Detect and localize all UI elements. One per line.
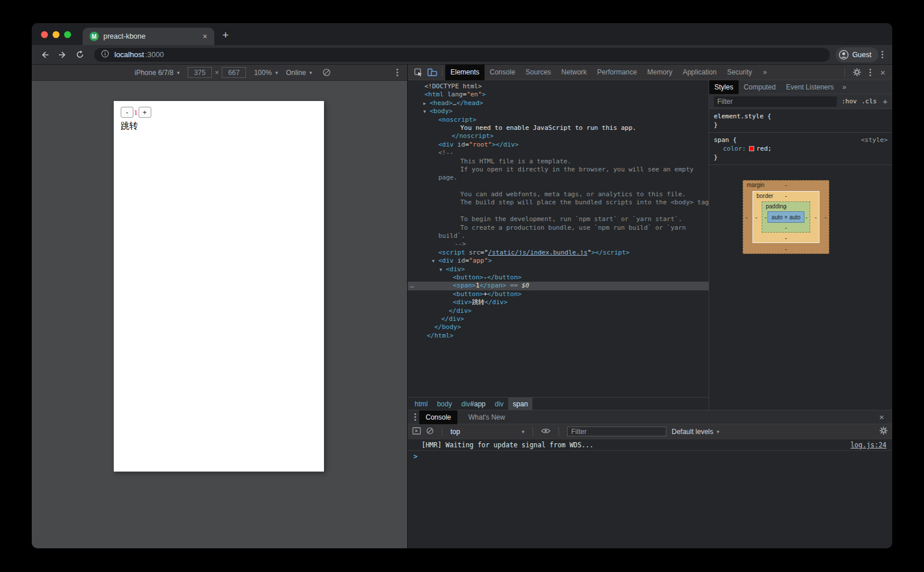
box-border[interactable]: border - - - - padding - - -: [752, 191, 819, 243]
zoom-select[interactable]: 100%▾: [254, 69, 278, 77]
clear-console-icon[interactable]: [426, 427, 434, 436]
close-window-button[interactable]: [41, 31, 48, 38]
console-source-link[interactable]: log.js:24: [851, 439, 886, 450]
tree-line[interactable]: [408, 182, 709, 190]
tree-line[interactable]: To begin the development, run `npm start…: [408, 215, 709, 223]
tree-line[interactable]: ▾<body>: [408, 107, 709, 115]
breadcrumb-item-div#app[interactable]: div#app: [457, 398, 490, 410]
element-style-rule[interactable]: element.style { }: [709, 109, 892, 133]
inspect-element-icon[interactable]: [411, 65, 425, 80]
drawer-close-icon[interactable]: ×: [874, 412, 889, 422]
tree-line[interactable]: </div>: [408, 307, 709, 315]
css-property-name[interactable]: color:: [723, 145, 746, 152]
rotate-icon[interactable]: [322, 68, 331, 77]
jump-link[interactable]: 跳转: [114, 118, 324, 132]
devtools-tab-application[interactable]: Application: [677, 65, 722, 80]
address-bar[interactable]: localhost :3000: [94, 48, 830, 62]
minus-button[interactable]: -: [121, 107, 133, 118]
tree-line[interactable]: </body>: [408, 323, 709, 331]
console-settings-gear-icon[interactable]: [880, 427, 888, 436]
styles-tab-styles[interactable]: Styles: [709, 80, 739, 94]
breadcrumb-item-html[interactable]: html: [410, 398, 433, 410]
tree-line[interactable]: [408, 207, 709, 215]
tree-line[interactable]: <script src="/static/js/index.bundle.js"…: [408, 249, 709, 257]
tree-line[interactable]: ▾<div id="app">: [408, 257, 709, 265]
tree-line[interactable]: ▸<head>…</head>: [408, 99, 709, 107]
tree-line[interactable]: </noscript>: [408, 132, 709, 140]
device-width-input[interactable]: [188, 67, 212, 78]
console-filter-input[interactable]: [567, 427, 666, 436]
drawer-menu-icon[interactable]: [411, 413, 419, 421]
tree-line[interactable]: build`.: [408, 232, 709, 240]
styles-filter-input[interactable]: [714, 96, 837, 107]
toggle-classes-button[interactable]: .cls: [862, 98, 877, 105]
toggle-hover-button[interactable]: :hov: [841, 98, 857, 105]
breadcrumb-item-div[interactable]: div: [490, 398, 508, 410]
chevron-right-icon[interactable]: ▸: [423, 99, 426, 107]
css-property-value[interactable]: red;: [757, 145, 772, 152]
tree-line[interactable]: page.: [408, 174, 709, 182]
throttling-select[interactable]: Online▾: [286, 69, 312, 77]
devtools-close-icon[interactable]: ×: [877, 68, 889, 77]
tree-line[interactable]: <button>-</button>: [408, 274, 709, 282]
tree-line[interactable]: </div>: [408, 315, 709, 323]
rule-source-link[interactable]: <style>: [861, 136, 888, 144]
tree-line[interactable]: This HTML file is a template.: [408, 158, 709, 166]
tree-line[interactable]: <!--: [408, 149, 709, 157]
tree-line[interactable]: You need to enable JavaScript to run thi…: [408, 124, 709, 132]
reload-button[interactable]: [72, 47, 87, 62]
forward-button[interactable]: [55, 47, 70, 62]
styles-more-tabs-button[interactable]: »: [839, 83, 850, 91]
breadcrumb-item-span[interactable]: span: [508, 398, 532, 410]
tree-line[interactable]: <!DOCTYPE html>: [408, 83, 709, 91]
tree-line[interactable]: You can add webfonts, meta tags, or anal…: [408, 190, 709, 199]
devtools-tab-security[interactable]: Security: [722, 65, 757, 80]
execution-context-select[interactable]: top▾: [450, 428, 524, 436]
devtools-tab-performance[interactable]: Performance: [592, 65, 642, 80]
tree-line[interactable]: To create a production bundle, use `npm …: [408, 224, 709, 232]
minimize-window-button[interactable]: [53, 31, 59, 38]
plus-button[interactable]: +: [139, 107, 151, 118]
devtools-tab-console[interactable]: Console: [485, 65, 520, 80]
styles-tab-computed[interactable]: Computed: [739, 80, 781, 94]
tab-close-icon[interactable]: ×: [202, 32, 208, 41]
tree-line[interactable]: <html lang="en">: [408, 91, 709, 99]
console-message-row[interactable]: [HMR] Waiting for update signal from WDS…: [408, 439, 892, 451]
tree-line[interactable]: …<span>1</span> == $0: [408, 282, 709, 290]
tree-line[interactable]: ▾<div>: [408, 266, 709, 274]
drawer-tab-console[interactable]: Console: [419, 410, 457, 424]
back-button[interactable]: [38, 47, 53, 62]
devtools-tab-sources[interactable]: Sources: [520, 65, 556, 80]
breadcrumb-item-body[interactable]: body: [433, 398, 457, 410]
profile-button[interactable]: Guest: [836, 47, 878, 62]
devtools-tab-elements[interactable]: Elements: [445, 65, 485, 80]
chevron-down-icon[interactable]: ▾: [423, 107, 426, 115]
device-height-input[interactable]: [222, 67, 246, 78]
color-swatch[interactable]: [749, 146, 754, 151]
console-sidebar-toggle-icon[interactable]: [412, 427, 421, 436]
tree-line[interactable]: <div id="root"></div>: [408, 141, 709, 149]
device-select[interactable]: iPhone 6/7/8▾: [135, 69, 180, 77]
browser-tab[interactable]: M preact-kbone ×: [83, 28, 214, 45]
device-toolbar-menu-icon[interactable]: [393, 68, 401, 77]
settings-gear-icon[interactable]: [850, 65, 864, 80]
zoom-window-button[interactable]: [64, 31, 71, 38]
devtools-tab-network[interactable]: Network: [556, 65, 592, 80]
site-info-icon[interactable]: [101, 50, 109, 60]
devtools-menu-icon[interactable]: [866, 68, 874, 77]
tree-line[interactable]: -->: [408, 240, 709, 248]
console-prompt[interactable]: >: [408, 451, 892, 462]
tree-line[interactable]: <button>+</button>: [408, 290, 709, 298]
live-expression-eye-icon[interactable]: [541, 428, 550, 436]
chevron-down-icon[interactable]: ▾: [432, 257, 435, 265]
new-tab-button[interactable]: +: [222, 28, 229, 43]
tree-line[interactable]: If you open it directly in the browser, …: [408, 166, 709, 174]
browser-menu-icon[interactable]: [878, 50, 886, 59]
span-style-rule[interactable]: span { <style> color:red; }: [709, 133, 892, 165]
tree-line[interactable]: The build step will place the bundled sc…: [408, 199, 709, 207]
tree-line[interactable]: </html>: [408, 332, 709, 340]
tree-line[interactable]: <div>跳转</div>: [408, 298, 709, 306]
devtools-tab-memory[interactable]: Memory: [642, 65, 677, 80]
box-margin[interactable]: margin - - - - border - - - -: [743, 180, 829, 254]
device-toolbar-toggle-icon[interactable]: [425, 65, 439, 80]
